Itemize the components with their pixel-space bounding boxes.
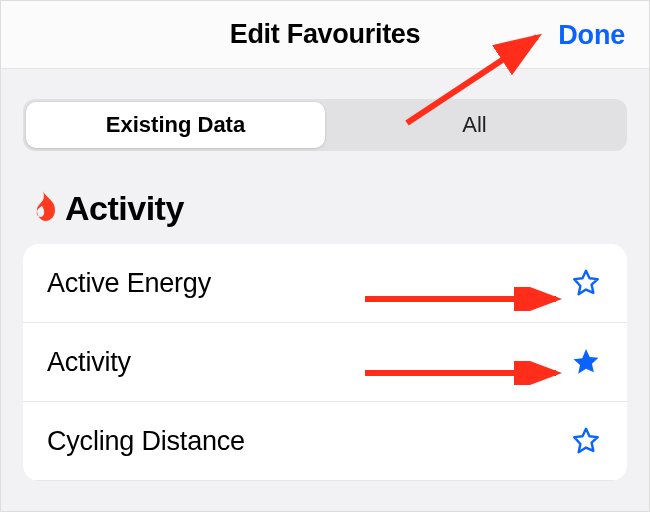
app-frame: Edit Favourites Done Existing Data All A… bbox=[0, 0, 650, 512]
favourite-toggle[interactable] bbox=[569, 266, 603, 300]
list-item-label: Active Energy bbox=[47, 268, 211, 299]
list-item-label: Cycling Distance bbox=[47, 426, 245, 457]
segment-all[interactable]: All bbox=[325, 102, 624, 148]
section-title: Activity bbox=[65, 189, 184, 228]
favourite-toggle[interactable] bbox=[569, 345, 603, 379]
segment-label: Existing Data bbox=[106, 112, 245, 138]
segmented-control-container: Existing Data All bbox=[1, 69, 649, 169]
list-item[interactable]: Active Energy bbox=[23, 244, 627, 323]
flame-icon bbox=[29, 190, 57, 228]
favourite-toggle[interactable] bbox=[569, 424, 603, 458]
favourites-list: Active Energy Activity Cycling Distance bbox=[23, 244, 627, 481]
done-button[interactable]: Done bbox=[558, 19, 625, 50]
segmented-control: Existing Data All bbox=[23, 99, 627, 151]
star-outline-icon bbox=[570, 425, 602, 457]
list-item[interactable]: Cycling Distance bbox=[23, 402, 627, 481]
page-title: Edit Favourites bbox=[230, 19, 421, 50]
section-activity: Activity Active Energy Activity bbox=[1, 169, 649, 481]
segment-label: All bbox=[462, 112, 486, 138]
star-filled-icon bbox=[570, 346, 602, 378]
star-outline-icon bbox=[570, 267, 602, 299]
segment-existing-data[interactable]: Existing Data bbox=[26, 102, 325, 148]
nav-bar: Edit Favourites Done bbox=[1, 1, 649, 69]
section-header: Activity bbox=[29, 189, 627, 228]
list-item-label: Activity bbox=[47, 347, 131, 378]
list-item[interactable]: Activity bbox=[23, 323, 627, 402]
